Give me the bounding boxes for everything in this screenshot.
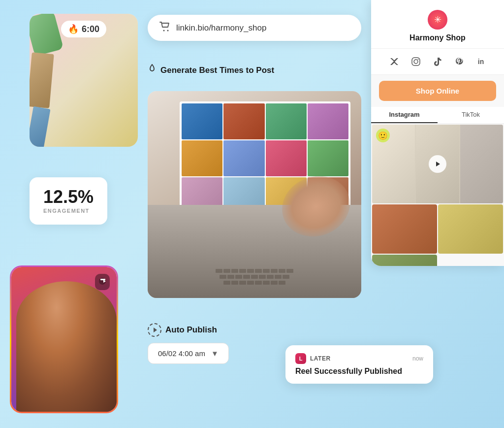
auto-publish-icon <box>148 323 161 337</box>
reel-inner <box>11 267 117 412</box>
key <box>275 275 282 279</box>
laptop-thumb-4 <box>308 103 348 139</box>
datetime-value: 06/02 4:00 am <box>158 349 205 358</box>
url-bar[interactable]: linkin.bio/harmony_shop <box>148 15 361 41</box>
key <box>283 275 289 279</box>
keyboard-area <box>148 256 361 298</box>
shop-name: Harmony Shop <box>379 33 496 42</box>
key <box>220 275 226 279</box>
social-icons-row: in <box>371 49 504 75</box>
reel-card[interactable] <box>10 265 118 413</box>
engagement-card: 12.5% ENGAGEMENT <box>30 177 107 225</box>
laptop-thumb-5 <box>182 140 222 176</box>
twitter-icon[interactable] <box>387 55 401 68</box>
laptop-thumb-3 <box>266 103 307 139</box>
laptop-screen <box>148 91 361 298</box>
svg-marker-5 <box>154 328 157 332</box>
beauty-item-2 <box>30 52 54 108</box>
key <box>255 281 262 285</box>
reel-person <box>16 281 117 412</box>
tab-instagram[interactable]: Instagram <box>371 107 438 123</box>
key <box>271 281 278 285</box>
key <box>231 281 238 285</box>
key <box>263 281 270 285</box>
instagram-icon[interactable] <box>409 55 423 68</box>
key <box>235 275 242 279</box>
engagement-label: ENGAGEMENT <box>43 208 94 214</box>
shop-panel: ✳ Harmony Shop in Shop Onl <box>371 0 504 266</box>
key <box>255 269 262 273</box>
datetime-button[interactable]: 06/02 4:00 am ▼ <box>148 343 229 364</box>
key-row-2 <box>158 275 351 279</box>
svg-point-7 <box>414 60 418 64</box>
play-button[interactable] <box>429 155 446 173</box>
tiktok-icon[interactable] <box>431 55 444 68</box>
key <box>279 269 285 273</box>
shop-thumb-1[interactable] <box>372 204 437 254</box>
shop-thumb-3[interactable] <box>372 255 437 266</box>
shop-thumb-2[interactable] <box>438 204 503 254</box>
timer-value: 6:00 <box>82 24 99 34</box>
notification-message: Reel Successfully Published <box>295 367 423 376</box>
laptop-thumb-6 <box>223 140 264 176</box>
key <box>247 281 254 285</box>
pinterest-icon[interactable] <box>452 55 466 68</box>
key <box>239 281 246 285</box>
video-col-3 <box>460 125 503 203</box>
key <box>231 269 238 273</box>
shop-header: ✳ Harmony Shop <box>371 0 504 49</box>
url-text: linkin.bio/harmony_shop <box>176 23 266 33</box>
later-logo-text: L <box>299 356 303 362</box>
laptop-thumb-7 <box>266 140 307 176</box>
shop-content: 🙂 <box>371 124 504 266</box>
key-row-3 <box>158 281 351 285</box>
svg-point-4 <box>167 30 169 32</box>
shop-logo: ✳ <box>428 10 447 30</box>
svg-point-3 <box>163 30 165 32</box>
svg-rect-1 <box>100 279 105 280</box>
key <box>239 269 246 273</box>
cart-icon <box>159 22 170 34</box>
key <box>216 269 222 273</box>
key <box>243 275 250 279</box>
key <box>259 275 266 279</box>
key <box>286 269 293 273</box>
success-notification: L LATER now Reel Successfully Published <box>285 345 433 384</box>
svg-point-8 <box>418 59 419 60</box>
reel-play-icon <box>95 274 110 290</box>
beauty-item-1 <box>30 14 63 56</box>
key <box>223 281 230 285</box>
key <box>267 275 274 279</box>
laptop-thumb-1 <box>182 103 222 139</box>
later-logo: L <box>295 353 306 364</box>
auto-publish-title: Auto Publish <box>148 323 229 337</box>
timer-card: 🔥 6:00 <box>30 14 138 147</box>
auto-publish-label: Auto Publish <box>165 325 217 335</box>
tab-tiktok[interactable]: TikTok <box>438 107 504 123</box>
generate-title-text: Generate Best Times to Post <box>160 66 274 75</box>
dropdown-arrow-icon: ▼ <box>211 349 219 358</box>
auto-publish-section: Auto Publish 06/02 4:00 am ▼ <box>148 323 229 364</box>
notification-app-name: LATER <box>310 355 331 362</box>
shop-video-thumbnail: 🙂 <box>372 125 503 203</box>
key <box>251 275 258 279</box>
timer-badge: 🔥 6:00 <box>61 21 106 37</box>
svg-marker-9 <box>436 162 440 166</box>
smiley-badge: 🙂 <box>376 129 390 142</box>
laptop-thumb-2 <box>223 103 264 139</box>
key-row-1 <box>158 269 351 273</box>
key <box>227 275 234 279</box>
engagement-percentage: 12.5% <box>43 188 94 206</box>
key <box>263 269 270 273</box>
shop-tabs: Instagram TikTok <box>371 107 504 124</box>
generate-section: Generate Best Times to Post <box>148 64 361 84</box>
generate-title: Generate Best Times to Post <box>148 64 361 76</box>
beauty-item-3 <box>30 106 51 147</box>
shop-online-button[interactable]: Shop Online <box>379 81 496 101</box>
shop-logo-icon: ✳ <box>434 14 441 25</box>
generate-icon <box>148 64 157 76</box>
linkedin-icon[interactable]: in <box>474 55 488 68</box>
key <box>247 269 254 273</box>
key <box>271 269 278 273</box>
laptop-thumb-8 <box>308 140 348 176</box>
